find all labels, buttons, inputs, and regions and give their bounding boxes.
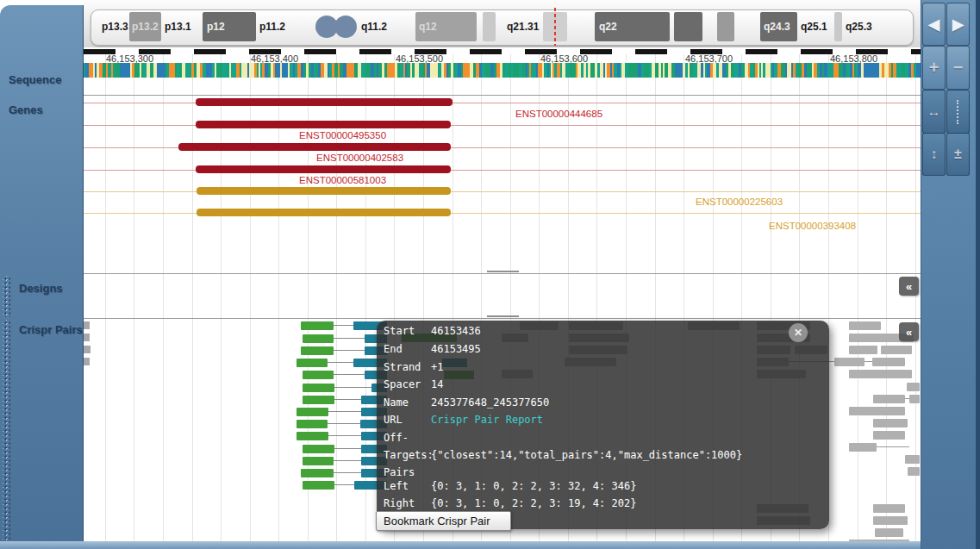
crispr-bar[interactable] — [849, 370, 912, 378]
crispr-bar[interactable] — [84, 321, 90, 329]
scroll-right-button[interactable]: ▶ — [946, 3, 970, 46]
crispr-pair-connector — [328, 435, 361, 436]
crispr-left-bar[interactable] — [296, 408, 328, 416]
crispr-left-bar[interactable] — [301, 321, 334, 330]
zoom-in-button[interactable]: + — [922, 46, 946, 90]
band-label: q24.3 — [764, 21, 790, 33]
crispr-pair-connector — [334, 350, 365, 351]
crispr-bar[interactable] — [834, 358, 865, 366]
crispr-left-bar[interactable] — [296, 432, 328, 440]
band-label: q25.1 — [801, 21, 827, 33]
crispr-bar[interactable] — [905, 455, 920, 464]
transcript-bar[interactable] — [196, 98, 453, 106]
tooltip-row-label: URL — [384, 414, 403, 426]
scale-bar — [84, 49, 921, 54]
band-label: q12 — [419, 21, 437, 33]
crispr-bar[interactable] — [873, 395, 905, 403]
crispr-bar[interactable] — [849, 321, 881, 330]
track-separator — [84, 95, 921, 96]
band-label: q21.31 — [507, 21, 539, 33]
track-label-genes: Genes — [9, 103, 43, 116]
crispr-pair-connector — [334, 387, 371, 388]
close-icon[interactable]: ✕ — [789, 323, 808, 342]
expand-height-icon: ↕ — [931, 147, 938, 162]
gridline — [134, 54, 134, 541]
track-label-designs: Designs — [19, 282, 63, 295]
crispr-bar[interactable] — [84, 346, 91, 353]
crispr-bar[interactable] — [907, 383, 920, 391]
track-label-sequence: Sequence — [9, 73, 61, 86]
gridline — [886, 54, 887, 541]
bookmark-crispr-pair-button[interactable]: Bookmark Crispr Pair — [376, 511, 511, 531]
band-label: p11.2 — [259, 21, 285, 33]
auto-resize-icon: ± — [954, 147, 962, 162]
track-separator — [84, 273, 921, 274]
transcript-label: ENST00000393408 — [769, 221, 856, 231]
crispr-bar[interactable] — [873, 431, 905, 440]
tooltip-row-value: 46153495 — [431, 343, 481, 355]
crispr-bar[interactable] — [84, 334, 90, 341]
tooltip-row-value: 14 — [431, 378, 443, 390]
crispr-pair-connector — [328, 362, 353, 363]
crispr-bar[interactable] — [84, 358, 90, 365]
crispr-left-bar[interactable] — [303, 457, 334, 465]
chromosome-band — [834, 12, 842, 41]
crispr-bar[interactable] — [908, 467, 920, 476]
crispr-pairs-collapse-button[interactable]: « — [899, 322, 919, 341]
transcript-bar[interactable] — [178, 143, 451, 151]
tooltip-row-label: Left — [384, 480, 409, 492]
tooltip-row-value: +1 — [431, 361, 443, 373]
crispr-bar[interactable] — [875, 528, 903, 537]
transcript-label: ENST00000495350 — [299, 130, 386, 140]
designs-drag-handle[interactable] — [3, 276, 10, 317]
crispr-left-bar[interactable] — [303, 481, 334, 490]
crispr-left-bar[interactable] — [296, 420, 328, 428]
crispr-bar[interactable] — [873, 504, 905, 513]
crispr-left-bar[interactable] — [303, 371, 334, 379]
crispr-left-bar[interactable] — [303, 396, 334, 404]
expand-width-button[interactable]: ↔ — [922, 90, 946, 134]
auto-resize-button[interactable]: ± — [946, 133, 970, 176]
tooltip-row-value: {0: 3, 1: 0, 2: 2, 3: 32, 4: 346} — [431, 480, 636, 492]
crispr-bar[interactable] — [873, 419, 908, 427]
crispr-bar[interactable] — [881, 346, 912, 354]
band-label: p13.2 — [132, 21, 159, 33]
transcript-bar[interactable] — [196, 165, 451, 173]
crispr-left-bar[interactable] — [296, 359, 328, 367]
crispr-bar[interactable] — [872, 358, 905, 366]
track-resize-indicator[interactable] — [487, 271, 519, 272]
tooltip-link[interactable]: Crispr Pair Report — [431, 414, 543, 426]
crispr-left-bar[interactable] — [303, 334, 334, 343]
transcript-label: ENST00000581003 — [299, 175, 386, 185]
track-split-button[interactable] — [946, 90, 970, 134]
track-resize-indicator[interactable] — [487, 315, 519, 317]
transcript-label: ENST00000225603 — [696, 197, 783, 207]
crispr-left-bar[interactable] — [301, 346, 334, 355]
crispr-pairs-drag-handle[interactable] — [3, 320, 10, 540]
tooltip-row-label: Targets: — [384, 449, 434, 461]
crispr-pair-connector — [334, 338, 365, 339]
tooltip-row-value: 46153436 — [431, 325, 481, 337]
transcript-bar[interactable] — [197, 187, 451, 195]
crispr-bar[interactable] — [909, 395, 920, 403]
transcript-label: ENST00000444685 — [515, 109, 602, 119]
gridline — [163, 54, 164, 541]
chromosome-band — [483, 12, 496, 41]
crispr-bar[interactable] — [849, 443, 877, 452]
scroll-left-button[interactable]: ◀ — [922, 3, 946, 46]
crispr-bar[interactable] — [849, 407, 905, 415]
expand-height-button[interactable]: ↕ — [922, 133, 946, 176]
transcript-bar[interactable] — [196, 121, 451, 128]
crispr-left-bar[interactable] — [301, 469, 334, 477]
crispr-left-bar[interactable] — [303, 445, 334, 453]
crispr-pair-connector — [334, 484, 354, 485]
tooltip-row-label: Right — [384, 497, 415, 509]
transcript-bar[interactable] — [197, 209, 451, 216]
window-bottom-frame — [0, 541, 921, 549]
crispr-left-bar[interactable] — [303, 384, 334, 392]
designs-collapse-button[interactable]: « — [899, 277, 919, 296]
crispr-bar[interactable] — [873, 516, 908, 525]
zoom-out-button[interactable]: − — [946, 46, 970, 90]
gridline — [192, 54, 193, 541]
crispr-bar[interactable] — [849, 346, 877, 354]
